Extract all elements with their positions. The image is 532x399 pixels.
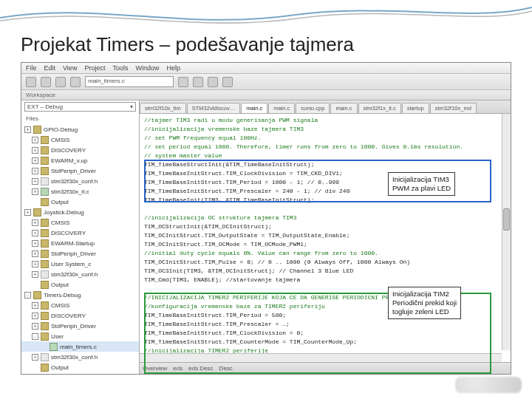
tree-item[interactable]: +StdPeriph_Driver: [21, 321, 139, 331]
code-area[interactable]: //tajmer TIM3 radi u modu generisanja PW…: [140, 114, 511, 362]
menu-window[interactable]: Window: [135, 64, 159, 72]
expand-icon[interactable]: +: [32, 271, 38, 278]
collapse-icon[interactable]: -: [24, 292, 31, 299]
tree-item-label: stm32f30x_conf.h: [51, 178, 98, 185]
tree-item[interactable]: +DISCOVERY: [21, 228, 139, 238]
editor-tab[interactable]: main.c: [241, 103, 267, 113]
tree-item[interactable]: +CMSIS: [21, 134, 139, 145]
toolbar-button[interactable]: [222, 77, 233, 87]
editor-tab[interactable]: main.c: [330, 103, 357, 113]
code-line: // system master value: [144, 151, 506, 160]
expand-icon[interactable]: +: [32, 230, 38, 236]
code-line: TIM_TimeBaseInitStruct.TIM_CounterMode =…: [144, 338, 506, 347]
code-line: //initial duty cycle equals 0%. Value ca…: [144, 249, 506, 258]
tree-item[interactable]: +DISCOVERY: [21, 310, 139, 321]
tree-item[interactable]: +stm32f30x_it.c: [21, 186, 139, 197]
expand-icon[interactable]: +: [32, 313, 38, 319]
code-line: TIM_TimeBaseInitStruct.TIM_ClockDivision…: [144, 329, 506, 338]
toolbar-button[interactable]: [208, 77, 218, 87]
toolbar-dropdown[interactable]: main_timers.c: [85, 76, 174, 87]
tree-item-label: main_timers.c: [60, 344, 97, 350]
expand-icon[interactable]: +: [32, 219, 38, 226]
expand-icon[interactable]: +: [32, 137, 38, 143]
editor-tab[interactable]: conio.cpp: [296, 103, 330, 113]
tree-item-label: DISCOVERY: [51, 230, 86, 236]
project-tree[interactable]: +GPIO-Debug+CMSIS+DISCOVERY+EWARM_v.up+S…: [21, 123, 139, 374]
editor-tab[interactable]: STM32vldiscov…: [187, 103, 240, 113]
tree-item[interactable]: +GPIO-Debug: [21, 124, 139, 134]
editor-tab[interactable]: startup: [402, 103, 429, 113]
folder-icon: [41, 146, 49, 154]
code-line: TIM_OCInitStruct.TIM_Pulse = 0; // 0 .. …: [144, 258, 506, 267]
menu-file[interactable]: File: [26, 64, 37, 72]
toolbar-button[interactable]: [70, 77, 81, 87]
config-dropdown[interactable]: EXT – Debug: [24, 102, 136, 112]
code-line: TIM_TimeBaseInitStruct.TIM_Period = 1000…: [144, 178, 506, 187]
expand-icon[interactable]: +: [24, 209, 31, 216]
expand-icon[interactable]: +: [24, 126, 31, 133]
tree-item[interactable]: +User System_c: [21, 259, 139, 269]
expand-icon[interactable]: +: [32, 250, 38, 257]
expand-icon[interactable]: +: [32, 168, 38, 174]
tree-item[interactable]: Output: [21, 197, 139, 207]
tree-item[interactable]: +Joystick-Debug: [21, 207, 139, 217]
folder-icon: [41, 312, 49, 320]
expand-icon[interactable]: +: [32, 147, 38, 154]
tree-item[interactable]: +CMSIS: [21, 300, 139, 310]
tree-item[interactable]: +stm32f30x_conf.h: [21, 176, 139, 186]
tree-item[interactable]: Output: [21, 279, 139, 290]
code-line: //inicijalizacija vremenske baze tajmera…: [144, 125, 506, 134]
folder-icon: [33, 208, 41, 216]
tree-item-label: GPIO-Debug: [44, 126, 78, 133]
bottom-tab-overview[interactable]: Overview: [143, 365, 167, 372]
tree-item-label: StdPeriph_Driver: [51, 250, 96, 257]
menu-edit[interactable]: Edit: [44, 64, 56, 72]
tree-item-label: CMSIS: [51, 219, 69, 226]
tree-item[interactable]: +stm32f30x_conf.h: [21, 269, 139, 279]
menu-view[interactable]: View: [63, 64, 77, 72]
collapse-icon[interactable]: -: [32, 333, 38, 340]
expand-icon[interactable]: +: [32, 240, 38, 247]
expand-icon[interactable]: +: [32, 261, 38, 267]
tree-item[interactable]: +StdPeriph_Driver: [21, 248, 139, 259]
files-label: Files: [21, 113, 139, 123]
editor-tab[interactable]: main.c: [268, 103, 295, 113]
editor-tab[interactable]: stm32f10x_tim: [140, 103, 186, 113]
tree-item[interactable]: Output: [21, 362, 139, 372]
bottom-tab[interactable]: eds: [173, 365, 183, 372]
toolbar-button[interactable]: [41, 77, 51, 87]
expand-icon[interactable]: +: [32, 178, 38, 185]
tree-item[interactable]: main_timers.c: [21, 341, 139, 352]
horizontal-scrollbar[interactable]: [140, 353, 502, 362]
tree-item[interactable]: +DISCOVERY: [21, 145, 139, 155]
tree-item[interactable]: -Timers-Debug: [21, 290, 139, 300]
scrollbar-thumb[interactable]: [503, 208, 510, 231]
tree-item[interactable]: +StdPeriph_Driver: [21, 166, 139, 176]
tree-item[interactable]: +stm32f30x_conf.h: [21, 352, 139, 362]
folder-icon: [41, 301, 49, 310]
tree-item[interactable]: +EWARM-Startup: [21, 238, 139, 248]
toolbar-button[interactable]: [26, 77, 36, 87]
expand-icon[interactable]: +: [32, 354, 38, 361]
expand-icon[interactable]: +: [32, 188, 38, 195]
toolbar-button[interactable]: [193, 77, 203, 87]
toolbar-button[interactable]: [178, 77, 188, 87]
menu-help[interactable]: Help: [166, 64, 180, 72]
editor-tab[interactable]: stm32f10x_md: [430, 103, 477, 113]
code-line: // set PWM frequency equal 100Hz.: [144, 134, 506, 143]
bottom-tab[interactable]: eds Desc: [188, 365, 213, 372]
bottom-tab[interactable]: Desc: [219, 365, 233, 372]
tree-item-label: CMSIS: [51, 302, 69, 309]
menu-tools[interactable]: Tools: [112, 64, 128, 72]
code-line: TIM_TimeBaseInit(TIM3, &TIM_TimeBaseInit…: [144, 196, 506, 205]
editor-tab[interactable]: stm32f1x_it.c: [358, 103, 401, 113]
tree-item[interactable]: +EWARM_v.up: [21, 155, 139, 166]
expand-icon[interactable]: +: [32, 157, 38, 164]
tree-item[interactable]: +CMSIS: [21, 217, 139, 228]
vertical-scrollbar[interactable]: [502, 114, 511, 350]
tree-item[interactable]: -User: [21, 331, 139, 341]
menu-project[interactable]: Project: [84, 64, 105, 72]
expand-icon[interactable]: +: [32, 302, 38, 309]
toolbar-button[interactable]: [55, 77, 66, 87]
expand-icon[interactable]: +: [32, 323, 38, 330]
